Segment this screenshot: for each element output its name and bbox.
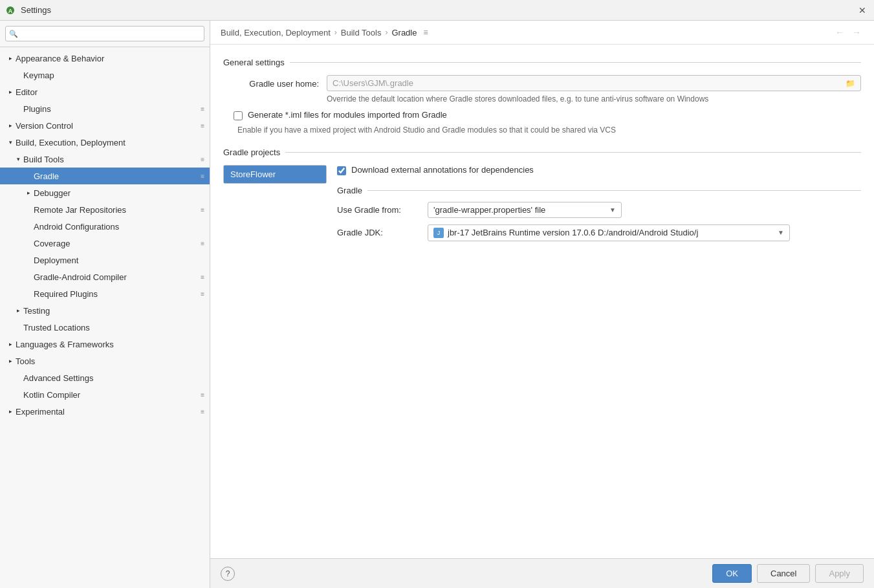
project-item-storeflower[interactable]: StoreFlower: [224, 166, 326, 183]
use-gradle-from-row: Use Gradle from: 'gradle-wrapper.propert…: [337, 202, 861, 218]
tree-arrow-gradle: [23, 171, 34, 181]
sidebar-label-deployment: Deployment: [34, 256, 204, 265]
sidebar-item-deployment[interactable]: Deployment: [0, 252, 210, 268]
tree-arrow-experimental: ▸: [5, 406, 16, 417]
tree-arrow-kotlin-compiler: [13, 389, 23, 400]
close-button[interactable]: ✕: [856, 4, 869, 17]
projects-layout: StoreFlower Download external annotation…: [223, 165, 861, 248]
tree-arrow-version-control: ▸: [5, 120, 16, 131]
sidebar-item-advanced-settings[interactable]: Advanced Settings: [0, 369, 210, 386]
gradle-user-home-input[interactable]: C:\Users\GJM\.gradle 📁: [327, 75, 861, 91]
tree-arrow-tools: ▸: [5, 356, 16, 366]
help-button[interactable]: ?: [221, 567, 235, 581]
window-title: Settings: [21, 5, 856, 15]
tree-arrow-remote-jar: [23, 204, 34, 215]
sidebar-label-coverage: Coverage: [34, 239, 198, 248]
sidebar-label-appearance: Appearance & Behavior: [16, 54, 204, 63]
sidebar-item-experimental[interactable]: ▸Experimental≡: [0, 403, 210, 420]
breadcrumb-forward-button[interactable]: →: [849, 27, 864, 38]
sidebar-label-editor: Editor: [16, 87, 204, 97]
tree-arrow-build-tools: ▾: [13, 154, 23, 164]
sidebar-label-debugger: Debugger: [34, 188, 204, 198]
tree-arrow-android-config: [23, 221, 34, 232]
search-wrapper: 🔍: [5, 26, 204, 41]
content-scroll: General settings Gradle user home: C:\Us…: [210, 45, 874, 558]
sidebar-item-version-control[interactable]: ▸Version Control≡: [0, 117, 210, 134]
sidebar-item-languages-frameworks[interactable]: ▸Languages & Frameworks: [0, 336, 210, 353]
sidebar-item-remote-jar[interactable]: Remote Jar Repositories≡: [0, 201, 210, 218]
sidebar-item-tools[interactable]: ▸Tools: [0, 353, 210, 369]
cancel-button[interactable]: Cancel: [757, 564, 810, 583]
projects-list: StoreFlower: [223, 165, 327, 184]
breadcrumb-current: Gradle: [391, 28, 417, 38]
breadcrumb-part-1[interactable]: Build Tools: [341, 28, 382, 38]
sidebar-label-gradle: Gradle: [34, 171, 198, 181]
gradle-subsection-header: Gradle: [337, 186, 861, 195]
sidebar-item-keymap[interactable]: Keymap: [0, 67, 210, 83]
title-bar: A Settings ✕: [0, 0, 874, 21]
sidebar-label-testing: Testing: [23, 306, 204, 316]
breadcrumb-bar: Build, Execution, Deployment › Build Too…: [210, 21, 874, 45]
sidebar-item-gradle[interactable]: Gradle≡: [0, 168, 210, 184]
sidebar-label-required-plugins: Required Plugins: [34, 289, 198, 299]
sidebar-label-keymap: Keymap: [23, 71, 204, 80]
sidebar-item-testing[interactable]: ▸Testing: [0, 302, 210, 319]
sidebar-icon-right-gradle: ≡: [201, 173, 204, 180]
sidebar-item-debugger[interactable]: ▸Debugger: [0, 184, 210, 201]
main-container: 🔍 ▸Appearance & BehaviorKeymap▸EditorPlu…: [0, 21, 874, 588]
gradle-jdk-row: Gradle JDK: J jbr-17 JetBrains Runtime v…: [337, 224, 861, 241]
sidebar-item-coverage[interactable]: Coverage≡: [0, 235, 210, 252]
download-annotations-checkbox[interactable]: [337, 166, 346, 175]
generate-iml-checkbox[interactable]: [234, 111, 243, 120]
jdk-dropdown-arrow: ▼: [778, 229, 784, 236]
generate-iml-label: Generate *.iml files for modules importe…: [248, 110, 447, 120]
breadcrumb-back-button[interactable]: ←: [833, 27, 847, 38]
sidebar-label-kotlin-compiler: Kotlin Compiler: [23, 390, 198, 400]
search-input[interactable]: [5, 26, 204, 41]
tree-arrow-advanced-settings: [13, 373, 23, 383]
sidebar-label-trusted-locations: Trusted Locations: [23, 323, 204, 332]
tree-arrow-gradle-android: [23, 272, 34, 282]
tree-arrow-testing: ▸: [13, 305, 23, 316]
sidebar-item-build-tools[interactable]: ▾Build Tools≡: [0, 151, 210, 168]
breadcrumb-edit-icon[interactable]: ≡: [423, 28, 428, 37]
sidebar-item-trusted-locations[interactable]: Trusted Locations: [0, 319, 210, 336]
apply-button[interactable]: Apply: [815, 564, 864, 583]
sidebar-icon-right-coverage: ≡: [201, 240, 204, 247]
sidebar-item-editor[interactable]: ▸Editor: [0, 83, 210, 100]
use-gradle-from-dropdown[interactable]: 'gradle-wrapper.properties' file ▼: [428, 202, 622, 218]
search-icon: 🔍: [9, 30, 18, 38]
breadcrumb-nav: ← →: [833, 27, 864, 38]
general-settings-header: General settings: [223, 58, 861, 67]
sidebar: 🔍 ▸Appearance & BehaviorKeymap▸EditorPlu…: [0, 21, 210, 588]
tree-arrow-keymap: [13, 70, 23, 80]
gradle-projects-header: Gradle projects: [223, 147, 861, 157]
sidebar-label-version-control: Version Control: [16, 121, 198, 131]
sidebar-item-plugins[interactable]: Plugins≡: [0, 100, 210, 117]
sidebar-icon-right-experimental: ≡: [201, 408, 204, 415]
use-gradle-from-value: 'gradle-wrapper.properties' file: [433, 205, 545, 215]
search-box: 🔍: [0, 21, 210, 47]
breadcrumb-part-0[interactable]: Build, Execution, Deployment: [221, 28, 331, 38]
sidebar-item-appearance[interactable]: ▸Appearance & Behavior: [0, 50, 210, 67]
bottom-bar: ? OK Cancel Apply: [210, 558, 874, 588]
folder-icon[interactable]: 📁: [846, 79, 855, 88]
gradle-user-home-row: Gradle user home: C:\Users\GJM\.gradle 📁…: [223, 75, 861, 105]
tree-arrow-languages-frameworks: ▸: [5, 339, 16, 349]
sidebar-item-build-execution[interactable]: ▾Build, Execution, Deployment: [0, 134, 210, 151]
download-annotations-row: Download external annotations for depend…: [337, 165, 861, 175]
sidebar-label-experimental: Experimental: [16, 407, 198, 417]
sidebar-item-required-plugins[interactable]: Required Plugins≡: [0, 285, 210, 302]
ok-button[interactable]: OK: [712, 564, 752, 583]
generate-iml-helper: Enable if you have a mixed project with …: [223, 125, 861, 135]
sidebar-item-kotlin-compiler[interactable]: Kotlin Compiler≡: [0, 386, 210, 403]
gradle-jdk-dropdown[interactable]: J jbr-17 JetBrains Runtime version 17.0.…: [428, 224, 790, 241]
generate-iml-row: Generate *.iml files for modules importe…: [223, 110, 861, 135]
sidebar-item-gradle-android[interactable]: Gradle-Android Compiler≡: [0, 268, 210, 285]
download-annotations-label: Download external annotations for depend…: [351, 165, 534, 175]
sidebar-item-android-config[interactable]: Android Configurations: [0, 218, 210, 235]
gradle-user-home-label: Gradle user home:: [223, 75, 327, 89]
gradle-subsection: Gradle Use Gradle from: 'gradle-wrapper.…: [337, 186, 861, 241]
sidebar-label-android-config: Android Configurations: [34, 222, 204, 232]
svg-text:A: A: [8, 8, 13, 14]
